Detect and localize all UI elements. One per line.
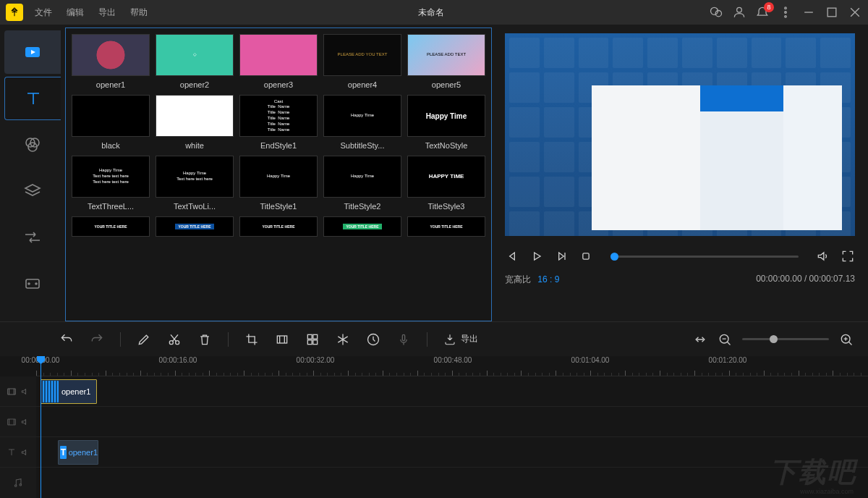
asset-thumbnail: Happy Time: [239, 156, 318, 198]
playhead[interactable]: [41, 356, 41, 498]
undo-button[interactable]: [59, 332, 74, 347]
text-clip-icon: T: [60, 446, 67, 459]
timeline-toolbar: 导出: [0, 321, 868, 356]
asset-thumbnail: [239, 34, 318, 76]
ruler-mark: 00:01:20.00: [709, 356, 747, 364]
asset-label: TitleStyle3: [407, 202, 485, 211]
asset-item[interactable]: YOUR TITLE HERE: [156, 216, 234, 237]
asset-item[interactable]: ◇opener2: [156, 34, 234, 89]
wechat-icon[interactable]: [709, 5, 723, 20]
asset-item[interactable]: Happy TimeTitleStyle2: [323, 156, 401, 211]
asset-item[interactable]: Happy Time Text here text hereTextTwoLi.…: [156, 156, 234, 211]
asset-item[interactable]: opener1: [72, 34, 150, 89]
mosaic-button[interactable]: [305, 332, 320, 347]
asset-item[interactable]: Happy Time Text here text here Text here…: [72, 156, 150, 211]
voiceover-button[interactable]: [396, 332, 411, 347]
video-clip[interactable]: opener1: [41, 379, 97, 404]
ruler-mark: 00:00:32.00: [297, 356, 335, 364]
volume-button[interactable]: [816, 249, 830, 263]
cut-button[interactable]: [167, 332, 182, 347]
preview-screen[interactable]: document.write(Array.from({length:60},()…: [505, 33, 855, 236]
asset-item[interactable]: HAPPY TIMETitleStyle3: [407, 156, 485, 211]
svg-rect-21: [313, 339, 318, 344]
video-track-2: [0, 407, 868, 437]
account-icon[interactable]: [732, 5, 746, 20]
next-frame-button[interactable]: [554, 249, 569, 263]
asset-label: TitleStyle2: [323, 202, 401, 211]
asset-item[interactable]: black: [72, 95, 150, 150]
fullscreen-button[interactable]: [841, 249, 855, 263]
asset-label: TitleStyle1: [239, 202, 318, 211]
svg-rect-20: [307, 339, 312, 344]
export-button[interactable]: 导出: [443, 333, 478, 346]
asset-thumbnail: Happy Time Text here text here: [156, 156, 234, 198]
menu-help[interactable]: 帮助: [124, 4, 153, 22]
svg-rect-18: [307, 334, 312, 339]
svg-point-3: [785, 7, 787, 9]
minimize-button[interactable]: [801, 5, 816, 20]
tab-transitions[interactable]: [4, 216, 61, 259]
more-icon[interactable]: [778, 5, 793, 20]
zoom-slider[interactable]: [742, 338, 829, 340]
asset-label: SubtitleSty...: [323, 141, 401, 150]
asset-label: opener3: [239, 80, 318, 89]
asset-item[interactable]: PLEASE ADD TEXTopener5: [407, 34, 485, 89]
tab-overlays[interactable]: [4, 169, 61, 213]
asset-label: opener5: [407, 80, 485, 89]
preview-scrubber[interactable]: [610, 256, 799, 258]
menu-export[interactable]: 导出: [93, 4, 122, 22]
mute-icon[interactable]: [20, 417, 30, 427]
crop-ratio-button[interactable]: [275, 332, 289, 347]
freeze-button[interactable]: [336, 332, 350, 347]
asset-thumbnail: Cast Title Name Title Name Title Name Ti…: [239, 95, 318, 137]
assets-panel: opener1◇opener2opener3PLEASE ADD YOU TEX…: [65, 28, 492, 321]
asset-thumbnail: Happy Time: [323, 95, 401, 137]
mute-icon[interactable]: [20, 387, 30, 397]
asset-thumbnail: YOUR TITLE HERE: [156, 216, 234, 237]
fit-button[interactable]: [693, 332, 707, 347]
tab-text[interactable]: [4, 77, 61, 120]
notifications-icon[interactable]: 8: [755, 5, 770, 20]
tab-elements[interactable]: [4, 262, 61, 305]
svg-rect-6: [827, 8, 836, 17]
tab-filters[interactable]: [4, 123, 61, 166]
asset-item[interactable]: YOUR TITLE HERE: [72, 216, 150, 237]
asset-item[interactable]: YOUR TITLE HERE: [239, 216, 318, 237]
asset-thumbnail: YOUR TITLE HERE: [72, 216, 150, 237]
aspect-label: 宽高比: [505, 274, 531, 284]
tab-media[interactable]: [4, 30, 61, 74]
asset-thumbnail: Happy Time: [323, 156, 401, 198]
asset-item[interactable]: PLEASE ADD YOU TEXTopener4: [323, 34, 401, 89]
redo-button[interactable]: [90, 332, 104, 347]
notification-badge: 8: [764, 2, 774, 12]
asset-item[interactable]: white: [156, 95, 234, 150]
menu-file[interactable]: 文件: [29, 4, 58, 22]
timeline-ruler[interactable]: 00:00:00.0000:00:16.0000:00:32.0000:00:4…: [36, 356, 868, 376]
close-button[interactable]: [848, 5, 862, 20]
asset-item[interactable]: Happy TimeSubtitleSty...: [323, 95, 401, 150]
prev-frame-button[interactable]: [505, 249, 519, 263]
maximize-button[interactable]: [825, 5, 839, 20]
timecode: 00:00:00.00 / 00:00:07.13: [756, 274, 855, 286]
asset-item[interactable]: YOUR TITLE HERE: [323, 216, 401, 237]
zoom-out-button[interactable]: [718, 332, 732, 347]
svg-point-13: [35, 283, 37, 284]
stop-button[interactable]: [579, 249, 593, 263]
zoom-in-button[interactable]: [839, 332, 854, 347]
crop-button[interactable]: [244, 332, 259, 347]
mute-icon[interactable]: [20, 447, 30, 457]
svg-rect-17: [277, 336, 286, 343]
play-button[interactable]: [529, 249, 544, 263]
asset-thumbnail: [156, 95, 234, 137]
edit-tool-button[interactable]: [137, 332, 151, 347]
delete-button[interactable]: [197, 332, 212, 347]
asset-item[interactable]: Cast Title Name Title Name Title Name Ti…: [239, 95, 318, 150]
asset-item[interactable]: opener3: [239, 34, 318, 89]
text-clip[interactable]: T opener1: [58, 440, 98, 465]
speed-button[interactable]: [366, 332, 380, 347]
aspect-value[interactable]: 16 : 9: [537, 274, 559, 284]
asset-item[interactable]: Happy TimeTitleStyle1: [239, 156, 318, 211]
asset-item[interactable]: Happy TimeTextNoStyle: [407, 95, 485, 150]
menu-edit[interactable]: 编辑: [61, 4, 90, 22]
asset-item[interactable]: YOUR TITLE HERE: [407, 216, 485, 237]
